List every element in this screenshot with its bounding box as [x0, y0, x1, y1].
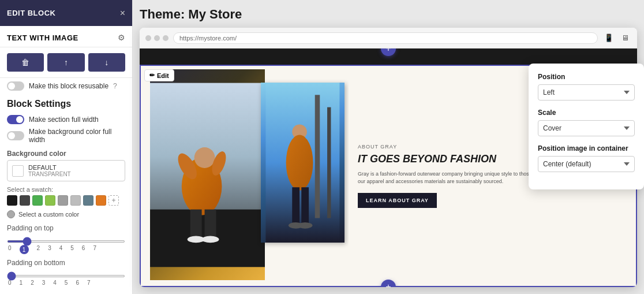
browser-icons: 📱 🖥 [602, 32, 631, 44]
padding-bottom-label: Padding on bottom [7, 259, 125, 267]
browser-dot-3 [163, 35, 169, 41]
mobile-icon[interactable]: 📱 [602, 32, 615, 44]
gear-icon[interactable]: ⚙ [118, 33, 125, 42]
bg-full-width-row: Make background color full width [7, 128, 125, 144]
help-icon[interactable]: ? [113, 82, 117, 90]
browser-dot-2 [154, 35, 160, 41]
swatch-light-gray[interactable] [70, 195, 81, 206]
main-area: Theme: My Store https://mystore.com/ 📱 🖥… [133, 0, 644, 294]
main-image-svg [150, 69, 265, 281]
position-panel: Position Left Right Center Scale Cover C… [529, 64, 644, 189]
swatch-blue-gray[interactable] [83, 195, 93, 206]
reusable-toggle[interactable] [7, 81, 24, 91]
panel-content: Block Settings Make section full width M… [0, 94, 132, 294]
svg-point-9 [202, 236, 219, 243]
custom-color-dot [7, 210, 15, 218]
custom-color-label: Select a custom color [18, 211, 79, 218]
close-button[interactable]: × [120, 9, 125, 18]
reusable-label: Make this block resusable [29, 82, 108, 90]
position-in-container-field: Position image in container Center (defa… [538, 144, 635, 172]
color-info: DEFAULT TRANSPARENT [28, 164, 71, 177]
edit-overlay-button[interactable]: ✏ Edit [144, 69, 174, 81]
scale-label: Scale [538, 109, 635, 117]
edit-label: Edit [157, 72, 169, 79]
svg-rect-15 [292, 187, 299, 224]
move-up-button[interactable]: ↑ [47, 53, 84, 72]
svg-point-14 [286, 135, 313, 190]
swatch-row: + [7, 195, 125, 206]
left-panel: EDIT BLOCK × TEXT WITH IMAGE ⚙ 🗑 ↑ ↓ Mak… [0, 0, 133, 294]
reusable-toggle-row: Make this block resusable ? [0, 78, 132, 94]
delete-button[interactable]: 🗑 [7, 53, 44, 72]
color-preview [12, 165, 24, 177]
bg-full-width-label: Make background color full width [29, 128, 125, 144]
swatch-light-green[interactable] [45, 195, 55, 206]
svg-rect-12 [327, 107, 331, 218]
svg-rect-6 [190, 209, 202, 238]
main-image [150, 69, 265, 281]
bg-full-width-toggle[interactable] [7, 131, 24, 140]
transparent-label: TRANSPARENT [28, 171, 71, 177]
swatch-row-label: Select a swatch: [7, 186, 125, 193]
bg-color-label: Background color [7, 150, 125, 158]
cta-button[interactable]: LEARN ABOUT GRAY [358, 193, 437, 208]
position-field: Position Left Right Center [538, 73, 635, 101]
swatch-black[interactable] [7, 195, 17, 206]
svg-rect-16 [301, 187, 309, 224]
secondary-image [261, 83, 345, 243]
browser-dot-1 [145, 35, 151, 41]
padding-top-label: Padding on top [7, 224, 125, 232]
section-full-width-row: Make section full width [7, 115, 125, 124]
section-full-width-label: Make section full width [29, 116, 99, 124]
move-down-button[interactable]: ↓ [88, 53, 125, 72]
block-settings-title: Block Settings [7, 99, 125, 109]
swatch-gray[interactable] [58, 195, 68, 206]
swatch-orange[interactable] [96, 195, 106, 206]
desktop-icon[interactable]: 🖥 [619, 32, 631, 44]
padding-top-nums: 0 1 2 3 4 5 6 7 [7, 245, 125, 254]
action-buttons: 🗑 ↑ ↓ [0, 47, 132, 78]
section-title: TEXT WITH IMAGE [7, 34, 78, 42]
panel-header-title: EDIT BLOCK [7, 9, 55, 17]
browser-bar: https://mystore.com/ 📱 🖥 [140, 28, 637, 49]
images-column: ✏ Edit [140, 65, 349, 287]
swatch-green[interactable] [32, 195, 43, 206]
section-header: TEXT WITH IMAGE ⚙ [0, 26, 132, 47]
custom-color-row[interactable]: Select a custom color [7, 210, 125, 218]
position-in-container-label: Position image in container [538, 144, 635, 152]
section-full-width-toggle[interactable] [7, 115, 24, 124]
default-label: DEFAULT [28, 164, 71, 171]
padding-top-slider[interactable] [7, 240, 125, 243]
panel-header: EDIT BLOCK × [0, 0, 132, 26]
bg-color-box[interactable]: DEFAULT TRANSPARENT [7, 160, 125, 181]
svg-rect-11 [315, 95, 320, 218]
swatch-dark-gray[interactable] [20, 195, 30, 206]
position-label: Position [538, 73, 635, 81]
add-swatch-button[interactable]: + [108, 195, 119, 206]
scale-select[interactable]: Cover Contain Fill [538, 120, 635, 136]
svg-point-3 [194, 147, 215, 168]
edit-pencil-icon: ✏ [149, 72, 155, 79]
browser-url: https://mystore.com/ [173, 32, 598, 44]
padding-bottom-slider[interactable] [7, 275, 125, 277]
position-in-container-select[interactable]: Center (default) Top Bottom Left Right [538, 156, 635, 172]
secondary-image-svg [261, 83, 345, 243]
svg-point-18 [298, 222, 313, 229]
theme-title: Theme: My Store [140, 7, 637, 22]
svg-rect-7 [205, 209, 216, 238]
position-select[interactable]: Left Right Center [538, 84, 635, 101]
scale-field: Scale Cover Contain Fill [538, 109, 635, 136]
browser-dots [145, 35, 169, 41]
